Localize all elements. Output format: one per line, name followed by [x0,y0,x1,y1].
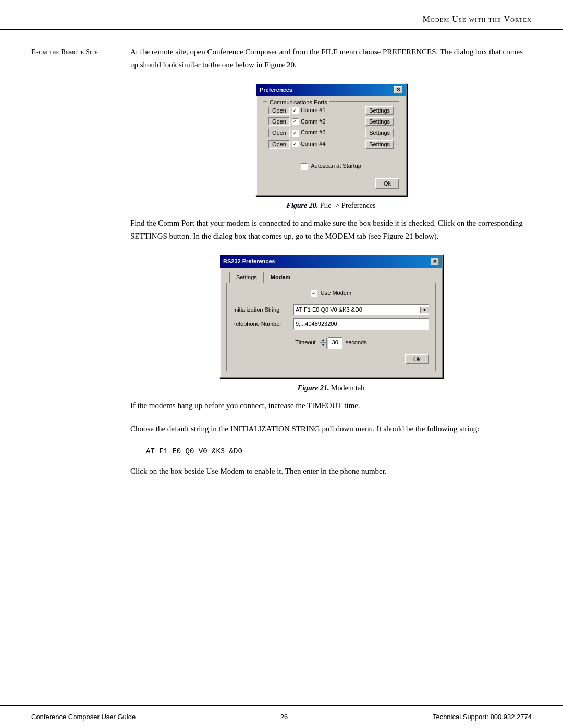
autoscan-checkbox[interactable] [301,163,308,170]
comm4-checkbox[interactable]: ✓ [292,141,299,147]
comm-row-1: Open ✓ Comm #1 Settings [268,106,394,115]
phone-label: Telephone Number [233,319,290,329]
code-text: AT F1 E0 Q0 V0 &K3 &D0 [146,447,242,455]
rs232-ok-row: Ok [233,354,429,364]
autoscan-row: Autoscan at Startup [263,162,399,171]
section-label-text: From the Remote Site [31,48,98,56]
init-string-dropdown[interactable]: AT F1 E0 Q0 V0 &K3 &D0 ▼ [293,304,429,316]
rs232-close-button[interactable]: ✕ [431,258,439,265]
para4-text: Choose the default string in the INITIAL… [130,425,480,433]
tab-modem-content: ✓ Use Modem Initialization String AT F1 … [226,283,436,371]
phone-value: 9,...4048923200 [296,320,337,327]
page-header: Modem Use with the Vortex [0,0,563,30]
tab-modem[interactable]: Modem [264,272,298,284]
figure20-caption: Figure 20. File -> Preferences [287,200,376,212]
autoscan-label: Autoscan at Startup [311,162,361,171]
pref-dialog-title: Preferences [260,85,292,95]
settings-button-4[interactable]: Settings [365,140,394,149]
footer-left: Conference Composer User Guide [31,713,136,721]
paragraph4: Choose the default string in the INITIAL… [130,423,532,436]
comm4-label: Comm #4 [301,140,363,149]
section-body: At the remote site, open Conference Comp… [130,45,532,488]
comm2-label: Comm #2 [301,117,363,127]
preferences-dialog: Preferences ✕ Communications Ports Open … [255,83,407,196]
rs232-dialog-title: RS232 Preferences [223,257,275,266]
ok-row: Ok [263,178,399,189]
pref-dialog-body: Communications Ports Open ✓ Comm #1 Sett… [256,96,406,195]
spinner-arrows: ▲ ▼ [320,338,327,348]
rs232-dialog-body: Settings Modem ✓ Use Modem Initializatio… [220,268,442,377]
para2-text: Find the Comm Port that your modem is co… [130,219,523,240]
phone-input[interactable]: 9,...4048923200 [293,318,429,330]
figure21-caption-bold: Figure 21. [298,384,329,392]
open-button-2[interactable]: Open [268,117,290,126]
rs232-dialog: RS232 Preferences ✕ Settings Modem ✓ [219,254,443,378]
comm1-label: Comm #1 [301,106,363,115]
tab-settings[interactable]: Settings [229,272,264,284]
rs232-ok-button[interactable]: Ok [405,354,429,364]
footer-center: 26 [280,713,288,721]
settings-button-1[interactable]: Settings [365,106,394,115]
settings-button-2[interactable]: Settings [365,117,394,126]
code-block: AT F1 E0 Q0 V0 &K3 &D0 [130,446,532,457]
settings-button-3[interactable]: Settings [365,129,394,137]
open-button-1[interactable]: Open [268,106,290,115]
comm1-checkbox[interactable]: ✓ [292,107,299,114]
page-footer: Conference Composer User Guide 26 Techni… [0,705,563,728]
open-button-4[interactable]: Open [268,140,290,149]
figure21-caption-detail: Modem tab [331,384,364,392]
main-content: From the Remote Site At the remote site,… [0,30,563,705]
paragraph2: Find the Comm Port that your modem is co… [130,217,532,243]
para3-text: If the modems hang up before you connect… [130,401,360,410]
comm-ports-group: Communications Ports Open ✓ Comm #1 Sett… [263,101,399,156]
pref-ok-button[interactable]: Ok [375,178,399,189]
figure20-caption-detail: File -> Preferences [320,202,376,209]
section-remote-site: From the Remote Site At the remote site,… [31,45,532,488]
page-title: Modem Use with the Vortex [423,15,532,24]
use-modem-checkbox[interactable]: ✓ [311,290,317,297]
page: Modem Use with the Vortex From the Remot… [0,0,563,728]
figure21-caption: Figure 21. Modem tab [298,382,364,394]
figure20-caption-bold: Figure 20. [287,202,319,209]
use-modem-row: ✓ Use Modem [233,289,429,298]
section-label: From the Remote Site [31,45,115,488]
paragraph5: Click on the box beside Use Modem to ena… [130,465,532,478]
para5-text: Click on the box beside Use Modem to ena… [130,467,387,475]
paragraph1: At the remote site, open Conference Comp… [130,45,532,71]
para1-text: At the remote site, open Conference Comp… [130,47,523,69]
comm-row-3: Open ✓ Comm #3 Settings [268,128,394,138]
open-button-3[interactable]: Open [268,129,290,137]
seconds-label: seconds [346,338,367,348]
rs232-dialog-titlebar: RS232 Preferences ✕ [220,255,442,268]
timeout-spinner: ▲ ▼ 30 [319,337,342,349]
tab-bar: Settings Modem [226,271,436,283]
timeout-label: Timeout [295,338,315,348]
spinner-up-icon[interactable]: ▲ [320,338,327,343]
footer-right: Technical Support: 800.932.2774 [433,713,532,721]
paragraph3: If the modems hang up before you connect… [130,399,532,412]
dropdown-arrow-icon[interactable]: ▼ [420,307,429,313]
comm-row-2: Open ✓ Comm #2 Settings [268,117,394,127]
figure21-container: RS232 Preferences ✕ Settings Modem ✓ [130,254,532,394]
use-modem-label: Use Modem [321,289,351,298]
pref-close-button[interactable]: ✕ [394,86,402,93]
phone-row: Telephone Number 9,...4048923200 [233,318,429,330]
timeout-row: Timeout ▲ ▼ 30 seconds [233,337,429,349]
init-string-row: Initialization String AT F1 E0 Q0 V0 &K3… [233,304,429,316]
figure20-container: Preferences ✕ Communications Ports Open … [130,83,532,212]
comm3-label: Comm #3 [301,128,363,138]
comm-ports-label: Communications Ports [267,98,329,107]
comm-row-4: Open ✓ Comm #4 Settings [268,140,394,149]
pref-dialog-titlebar: Preferences ✕ [256,84,406,96]
init-string-value: AT F1 E0 Q0 V0 &K3 &D0 [296,305,420,315]
comm2-checkbox[interactable]: ✓ [292,118,299,125]
timeout-value[interactable]: 30 [328,337,342,349]
comm3-checkbox[interactable]: ✓ [292,130,299,137]
spinner-down-icon[interactable]: ▼ [320,343,327,348]
init-string-label: Initialization String [233,305,290,315]
